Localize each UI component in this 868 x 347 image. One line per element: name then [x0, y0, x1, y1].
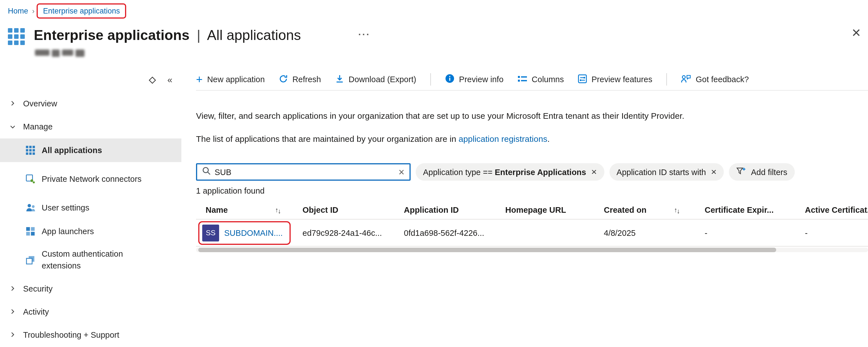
horizontal-scrollbar[interactable] [196, 248, 868, 252]
filter-row: × Application type == Enterprise Applica… [196, 163, 868, 181]
sidebar-item-label: Private Network connectors [42, 173, 152, 185]
sidebar-nav: Overview Manage All applications [0, 92, 181, 346]
chevron-down-icon [9, 124, 16, 130]
sidebar-item-troubleshooting-support[interactable]: Troubleshooting + Support [0, 323, 181, 346]
sidebar-item-label: All applications [42, 144, 152, 156]
annotation-box-breadcrumb: Enterprise applications [37, 3, 126, 19]
download-export-button[interactable]: Download (Export) [335, 74, 416, 85]
sidebar-item-user-settings[interactable]: User settings [0, 196, 181, 219]
column-header-active-certificates[interactable]: Active Certificat... [805, 205, 868, 214]
sidebar-item-label: Custom authentication extensions [42, 248, 152, 272]
toolbar-rule [196, 90, 868, 91]
registrations-note: The list of applications that are mainta… [196, 134, 550, 143]
name-cell: SS SUBDOMAIN.... [196, 221, 303, 245]
button-label: Columns [532, 75, 564, 84]
column-header-certificate-expiring[interactable]: Certificate Expir... [705, 205, 805, 214]
sidebar-item-all-applications[interactable]: All applications [0, 138, 181, 162]
more-commands-button[interactable]: ··· [358, 29, 370, 40]
sidebar-item-label: Activity [23, 307, 49, 316]
clear-search-icon[interactable]: × [399, 167, 404, 177]
new-application-button[interactable]: + New application [196, 74, 265, 85]
got-feedback-button[interactable]: Got feedback? [681, 74, 749, 85]
search-input[interactable] [215, 168, 395, 176]
button-label: Refresh [292, 75, 321, 84]
enterprise-apps-grid-icon [8, 28, 25, 47]
sidebar-item-overview[interactable]: Overview [0, 92, 181, 115]
sidebar-item-app-launchers[interactable]: App launchers [0, 219, 181, 243]
active-certificates-cell: - [805, 228, 868, 237]
page-title-secondary: All applications [207, 27, 301, 43]
column-header-object-id[interactable]: Object ID [303, 205, 404, 214]
scrollbar-thumb[interactable] [198, 248, 776, 252]
columns-button[interactable]: Columns [518, 75, 564, 84]
button-label: New application [207, 75, 265, 84]
created-on-cell: 4/8/2025 [604, 228, 705, 237]
custom-authentication-extensions-icon [25, 255, 35, 265]
chevron-right-icon [9, 308, 16, 315]
sidebar-item-label: Security [23, 284, 53, 293]
remove-filter-icon[interactable]: × [591, 167, 597, 177]
remove-filter-icon[interactable]: × [711, 167, 717, 177]
chevron-right-icon [9, 332, 16, 338]
preview-features-button[interactable]: Preview features [578, 74, 652, 85]
application-id-cell: 0fd1a698-562f-4226... [404, 228, 505, 237]
sidebar-item-label: Overview [23, 99, 57, 108]
button-label: Preview info [459, 75, 503, 84]
resize-blade-icon[interactable] [149, 76, 156, 83]
sort-icon[interactable]: ↑↓ [674, 206, 680, 213]
breadcrumb-current-link[interactable]: Enterprise applications [43, 7, 120, 15]
preview-info-button[interactable]: Preview info [445, 74, 503, 85]
column-header-name[interactable]: Name ↑↓ [196, 205, 303, 214]
toolbar-divider [430, 73, 431, 85]
sort-icon[interactable]: ↑↓ [275, 206, 281, 213]
certificate-expiring-cell: - [705, 228, 805, 237]
column-header-homepage-url[interactable]: Homepage URL [505, 205, 604, 214]
button-label: Add filters [751, 168, 787, 176]
tenant-name-redacted [35, 49, 85, 57]
app-launchers-icon [25, 227, 35, 236]
page-header: Enterprise applications | All applicatio… [8, 26, 868, 63]
column-header-application-id[interactable]: Application ID [404, 205, 505, 214]
annotation-box-application-name: SS SUBDOMAIN.... [198, 221, 291, 245]
all-applications-grid-icon [25, 146, 35, 155]
page-title-separator: | [197, 27, 200, 43]
refresh-icon [279, 74, 288, 85]
filter-pill-application-id[interactable]: Application ID starts with × [609, 163, 724, 181]
table-row[interactable]: SS SUBDOMAIN.... ed79c928-24a1-46c... 0f… [196, 219, 868, 246]
feedback-icon [681, 74, 691, 85]
download-icon [335, 74, 344, 85]
application-registrations-link[interactable]: application registrations [459, 134, 547, 143]
private-network-connectors-icon [25, 174, 35, 183]
breadcrumb-home-link[interactable]: Home [8, 7, 28, 15]
page-description: View, filter, and search applications in… [196, 111, 684, 120]
sidebar-item-private-network-connectors[interactable]: Private Network connectors [0, 162, 181, 196]
table-header-row: Name ↑↓ Object ID Application ID Homepag… [196, 200, 868, 219]
button-label: Preview features [591, 75, 652, 84]
breadcrumb-separator: › [32, 7, 35, 15]
breadcrumb: Home › Enterprise applications [8, 3, 126, 19]
sidebar-item-security[interactable]: Security [0, 277, 181, 300]
close-blade-button[interactable]: × [852, 25, 861, 40]
filter-pill-application-type[interactable]: Application type == Enterprise Applicati… [416, 163, 604, 181]
collapse-menu-icon[interactable]: « [167, 75, 173, 84]
info-icon [445, 74, 455, 85]
command-bar: + New application Refresh Download (Expo… [196, 71, 868, 88]
sidebar-item-label: Troubleshooting + Support [23, 330, 119, 339]
refresh-button[interactable]: Refresh [279, 74, 321, 85]
sidebar-item-manage[interactable]: Manage [0, 115, 181, 138]
sidebar-item-label: App launchers [42, 225, 152, 237]
registrations-note-text: The list of applications that are mainta… [196, 134, 459, 143]
application-name-link[interactable]: SUBDOMAIN.... [224, 228, 283, 237]
enterprise-applications-blade: Home › Enterprise applications Enterpris… [0, 0, 868, 347]
add-filters-button[interactable]: Add filters [729, 163, 795, 181]
result-count: 1 application found [196, 186, 265, 195]
columns-icon [518, 75, 527, 84]
user-settings-icon [25, 203, 35, 212]
column-header-created-on[interactable]: Created on ↑↓ [604, 205, 705, 214]
object-id-cell: ed79c928-24a1-46c... [303, 228, 404, 237]
chevron-right-icon [9, 100, 16, 106]
search-box[interactable]: × [196, 163, 411, 181]
sidebar-item-custom-authentication-extensions[interactable]: Custom authentication extensions [0, 243, 181, 277]
sidebar-item-activity[interactable]: Activity [0, 300, 181, 323]
preview-features-icon [578, 74, 587, 85]
